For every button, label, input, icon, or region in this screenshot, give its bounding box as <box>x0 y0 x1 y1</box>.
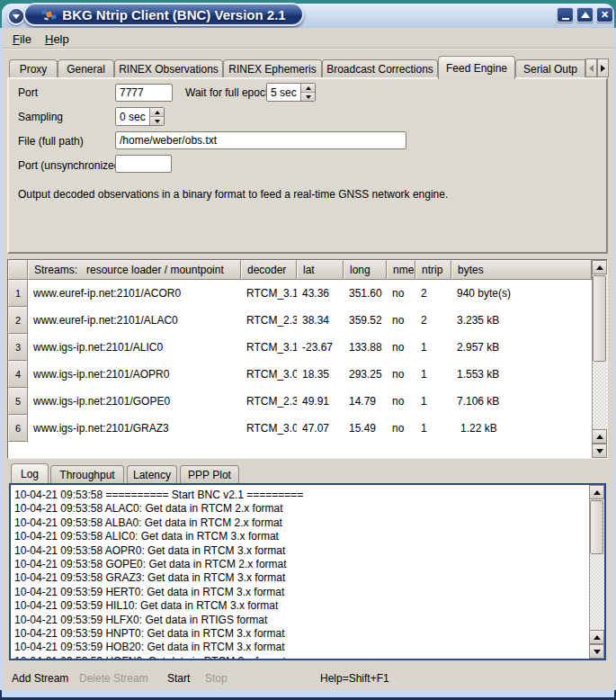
stream-nmea[interactable]: no <box>387 415 415 442</box>
stream-decoder[interactable]: RTCM_2.3 <box>241 307 297 334</box>
stream-nmea[interactable]: no <box>387 361 415 388</box>
scroll-down-button[interactable] <box>592 444 607 458</box>
tab-serial-output[interactable]: Serial Outp <box>515 59 585 77</box>
tab-general[interactable]: General <box>58 59 114 77</box>
col-header-ntrip[interactable]: ntrip <box>415 260 451 280</box>
feed-engine-description: Output decoded observations in a binary … <box>18 188 448 201</box>
spin-up-button[interactable] <box>150 108 164 116</box>
stream-bytes[interactable]: 3.235 kB <box>451 307 586 334</box>
stream-lat[interactable]: 47.07 <box>297 415 344 442</box>
stream-bytes[interactable]: 1.22 kB <box>455 415 586 442</box>
tab-throughput[interactable]: Throughput <box>50 465 124 483</box>
stream-url[interactable]: www.igs-ip.net:2101/AOPR0 <box>28 361 241 388</box>
spin-up-button[interactable] <box>301 84 315 92</box>
file-path-input[interactable] <box>115 131 406 149</box>
tab-rinex-ephemeris[interactable]: RINEX Ephemeris <box>223 59 322 77</box>
stream-bytes[interactable]: 940 byte(s) <box>451 280 586 307</box>
col-header-long[interactable]: long <box>344 260 387 280</box>
row-number[interactable]: 2 <box>8 307 28 334</box>
log-line: 10-04-21 09:53:58 ALIC0: Get data in RTC… <box>14 530 585 543</box>
stream-ntrip[interactable]: 1 <box>415 415 451 442</box>
spin-down-button[interactable] <box>301 92 315 101</box>
add-stream-button[interactable]: Add Stream <box>12 672 68 685</box>
maximize-button[interactable] <box>576 7 594 22</box>
stream-decoder[interactable]: RTCM_3.0 <box>241 415 297 442</box>
col-header-decoder[interactable]: decoder <box>241 260 297 280</box>
port-unsync-input[interactable] <box>115 155 172 173</box>
start-button[interactable]: Start <box>167 672 190 685</box>
stream-bytes[interactable]: 2.957 kB <box>451 334 586 361</box>
delete-stream-button[interactable]: Delete Stream <box>79 672 148 685</box>
tab-latency[interactable]: Latency <box>127 465 177 483</box>
stream-ntrip[interactable]: 2 <box>415 280 451 307</box>
stream-long[interactable]: 359.52 <box>344 307 387 334</box>
stream-nmea[interactable]: no <box>387 280 415 307</box>
scroll-up-button[interactable] <box>589 630 604 644</box>
row-number[interactable]: 1 <box>8 280 28 307</box>
close-button[interactable]: ✕ <box>596 7 613 22</box>
col-header-bytes[interactable]: bytes <box>451 260 592 280</box>
window-title: BKG Ntrip Client (BNC) Version 2.1 <box>62 7 285 22</box>
window-menu-button[interactable] <box>7 7 25 25</box>
stream-long[interactable]: 293.25 <box>344 361 387 388</box>
tab-scroll-left-button[interactable] <box>585 58 597 77</box>
scroll-up-button[interactable] <box>592 260 607 274</box>
stream-bytes[interactable]: 7.106 kB <box>451 388 586 415</box>
menu-help[interactable]: Help <box>41 31 73 47</box>
scrollbar-thumb[interactable] <box>593 275 606 362</box>
scrollbar-thumb[interactable] <box>590 500 603 554</box>
stream-ntrip[interactable]: 2 <box>415 307 451 334</box>
stream-url[interactable]: www.euref-ip.net:2101/ACOR0 <box>28 280 241 307</box>
stream-url[interactable]: www.euref-ip.net:2101/ALAC0 <box>28 307 241 334</box>
row-number[interactable]: 6 <box>8 415 28 442</box>
stream-long[interactable]: 14.79 <box>344 388 387 415</box>
col-header-nmea[interactable]: nmea <box>387 260 415 280</box>
scroll-down-button[interactable] <box>589 644 604 659</box>
stream-nmea[interactable]: no <box>387 307 415 334</box>
tab-broadcast-corrections[interactable]: Broadcast Corrections <box>322 59 438 77</box>
scroll-up-button[interactable] <box>589 485 604 499</box>
stream-url[interactable]: www.igs-ip.net:2101/GOPE0 <box>28 388 241 415</box>
stream-nmea[interactable]: no <box>387 388 415 415</box>
row-number[interactable]: 4 <box>8 361 28 388</box>
stream-lat[interactable]: 43.36 <box>297 280 344 307</box>
stream-long[interactable]: 351.60 <box>344 280 387 307</box>
stream-lat[interactable]: -23.67 <box>297 334 344 361</box>
scroll-up-button[interactable] <box>592 429 607 444</box>
tab-ppp-plot[interactable]: PPP Plot <box>180 465 239 483</box>
tab-log[interactable]: Log <box>11 463 49 483</box>
row-number[interactable]: 3 <box>8 334 28 361</box>
sampling-spinbox[interactable]: 0 sec <box>115 107 165 126</box>
col-header-lat[interactable]: lat <box>297 260 344 280</box>
col-header-streams[interactable]: Streams: resource loader / mountpoint <box>28 260 241 280</box>
wait-epoch-spinbox[interactable]: 5 sec <box>266 83 316 102</box>
tab-proxy[interactable]: Proxy <box>9 59 58 77</box>
row-number[interactable]: 5 <box>8 388 28 415</box>
stream-ntrip[interactable]: 1 <box>415 388 451 415</box>
stream-long[interactable]: 15.49 <box>344 415 387 442</box>
menu-file[interactable]: File <box>9 31 35 47</box>
stream-bytes[interactable]: 1.553 kB <box>451 361 586 388</box>
tab-feed-engine[interactable]: Feed Engine <box>438 56 515 79</box>
stream-url[interactable]: www.igs-ip.net:2101/ALIC0 <box>28 334 241 361</box>
stream-nmea[interactable]: no <box>387 334 415 361</box>
stream-lat[interactable]: 49.91 <box>297 388 344 415</box>
stream-long[interactable]: 133.88 <box>344 334 387 361</box>
log-text[interactable]: 10-04-21 09:53:58 ========== Start BNC v… <box>14 489 585 659</box>
help-button[interactable]: Help=Shift+F1 <box>320 672 389 685</box>
tab-scroll-right-button[interactable] <box>597 58 609 77</box>
stream-decoder[interactable]: RTCM_2.3 <box>241 388 297 415</box>
stream-decoder[interactable]: RTCM_3.1 <box>241 334 297 361</box>
port-input[interactable] <box>115 84 173 102</box>
stream-lat[interactable]: 18.35 <box>297 361 344 388</box>
stream-url[interactable]: www.igs-ip.net:2101/GRAZ3 <box>28 415 241 442</box>
stream-decoder[interactable]: RTCM_3.0 <box>241 361 297 388</box>
stream-lat[interactable]: 38.34 <box>297 307 344 334</box>
tab-rinex-observations[interactable]: RINEX Observations <box>114 59 223 77</box>
stop-button[interactable]: Stop <box>205 672 228 685</box>
stream-ntrip[interactable]: 1 <box>415 334 451 361</box>
spin-down-button[interactable] <box>150 116 164 125</box>
stream-ntrip[interactable]: 1 <box>415 361 451 388</box>
stream-decoder[interactable]: RTCM_3.1 <box>241 280 297 307</box>
minimize-button[interactable] <box>557 7 574 22</box>
